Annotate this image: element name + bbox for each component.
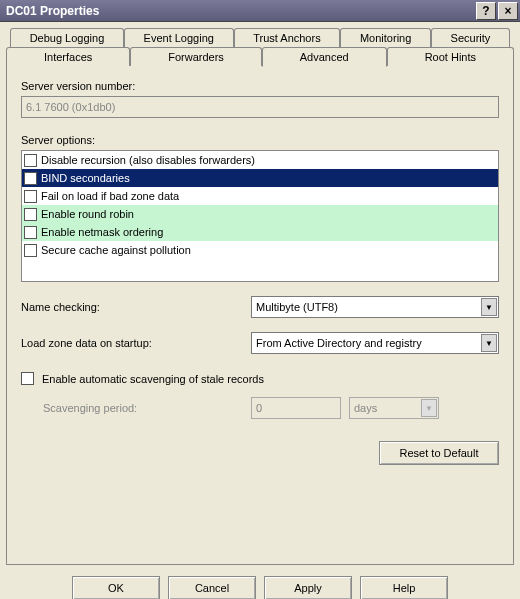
cancel-button[interactable]: Cancel: [168, 576, 256, 599]
name-checking-label: Name checking:: [21, 301, 251, 313]
scavenging-checkbox-label: Enable automatic scavenging of stale rec…: [42, 373, 264, 385]
server-version-label: Server version number:: [21, 80, 499, 92]
load-zone-label: Load zone data on startup:: [21, 337, 251, 349]
tab-advanced[interactable]: Advanced: [262, 47, 387, 67]
dialog-button-bar: OK Cancel Apply Help: [6, 566, 514, 599]
checkbox-icon[interactable]: [24, 154, 37, 167]
tab-debug-logging[interactable]: Debug Logging: [10, 28, 124, 47]
chevron-down-icon[interactable]: ▼: [481, 334, 497, 352]
tab-row-front: Interfaces Forwarders Advanced Root Hint…: [6, 47, 514, 66]
checkbox-icon[interactable]: [24, 190, 37, 203]
load-zone-row: Load zone data on startup: From Active D…: [21, 332, 499, 354]
checkbox-icon[interactable]: [24, 244, 37, 257]
list-item-label: BIND secondaries: [41, 172, 130, 184]
checkbox-icon[interactable]: [24, 208, 37, 221]
server-version-input: [21, 96, 499, 118]
list-item[interactable]: Enable netmask ordering: [22, 223, 498, 241]
list-item[interactable]: Enable round robin: [22, 205, 498, 223]
titlebar: DC01 Properties ? ×: [0, 0, 520, 22]
tab-security[interactable]: Security: [431, 28, 510, 47]
checkbox-icon[interactable]: [24, 226, 37, 239]
reset-to-default-button[interactable]: Reset to Default: [379, 441, 499, 465]
tab-row-back: Debug Logging Event Logging Trust Anchor…: [10, 28, 510, 47]
window-title: DC01 Properties: [6, 4, 474, 18]
dialog-body: Debug Logging Event Logging Trust Anchor…: [0, 22, 520, 599]
chevron-down-icon: ▼: [421, 399, 437, 417]
tab-forwarders[interactable]: Forwarders: [130, 47, 262, 66]
checkbox-icon[interactable]: [21, 372, 34, 385]
name-checking-row: Name checking: Multibyte (UTF8) ▼: [21, 296, 499, 318]
combo-value: From Active Directory and registry: [256, 337, 422, 349]
list-item[interactable]: BIND secondaries: [22, 169, 498, 187]
apply-button[interactable]: Apply: [264, 576, 352, 599]
scavenging-period-row: Scavenging period: days ▼: [21, 397, 499, 419]
chevron-down-icon[interactable]: ▼: [481, 298, 497, 316]
server-options-label: Server options:: [21, 134, 499, 146]
help-button[interactable]: Help: [360, 576, 448, 599]
list-item-empty: [22, 259, 498, 277]
list-item-label: Secure cache against pollution: [41, 244, 191, 256]
help-icon[interactable]: ?: [476, 2, 496, 20]
list-item-label: Disable recursion (also disables forward…: [41, 154, 255, 166]
close-icon[interactable]: ×: [498, 2, 518, 20]
list-item[interactable]: Fail on load if bad zone data: [22, 187, 498, 205]
tab-root-hints[interactable]: Root Hints: [387, 47, 514, 66]
tab-event-logging[interactable]: Event Logging: [124, 28, 234, 47]
reset-row: Reset to Default: [21, 441, 499, 465]
name-checking-combo[interactable]: Multibyte (UTF8) ▼: [251, 296, 499, 318]
list-item-label: Enable round robin: [41, 208, 134, 220]
tab-monitoring[interactable]: Monitoring: [340, 28, 431, 47]
scavenging-checkbox-row[interactable]: Enable automatic scavenging of stale rec…: [21, 372, 499, 385]
combo-value: Multibyte (UTF8): [256, 301, 338, 313]
titlebar-buttons: ? ×: [474, 2, 518, 20]
list-item[interactable]: Secure cache against pollution: [22, 241, 498, 259]
tab-panel-advanced: Server version number: Server options: D…: [6, 65, 514, 565]
ok-button[interactable]: OK: [72, 576, 160, 599]
list-item[interactable]: Disable recursion (also disables forward…: [22, 151, 498, 169]
scavenging-period-unit-combo: days ▼: [349, 397, 439, 419]
load-zone-combo[interactable]: From Active Directory and registry ▼: [251, 332, 499, 354]
server-options-listbox[interactable]: Disable recursion (also disables forward…: [21, 150, 499, 282]
list-item-label: Fail on load if bad zone data: [41, 190, 179, 202]
checkbox-icon[interactable]: [24, 172, 37, 185]
tab-container: Debug Logging Event Logging Trust Anchor…: [6, 28, 514, 566]
scavenging-period-label: Scavenging period:: [43, 402, 251, 414]
tab-trust-anchors[interactable]: Trust Anchors: [234, 28, 341, 47]
scavenging-period-input: [251, 397, 341, 419]
tab-interfaces[interactable]: Interfaces: [6, 47, 130, 66]
combo-value: days: [354, 402, 377, 414]
list-item-label: Enable netmask ordering: [41, 226, 163, 238]
